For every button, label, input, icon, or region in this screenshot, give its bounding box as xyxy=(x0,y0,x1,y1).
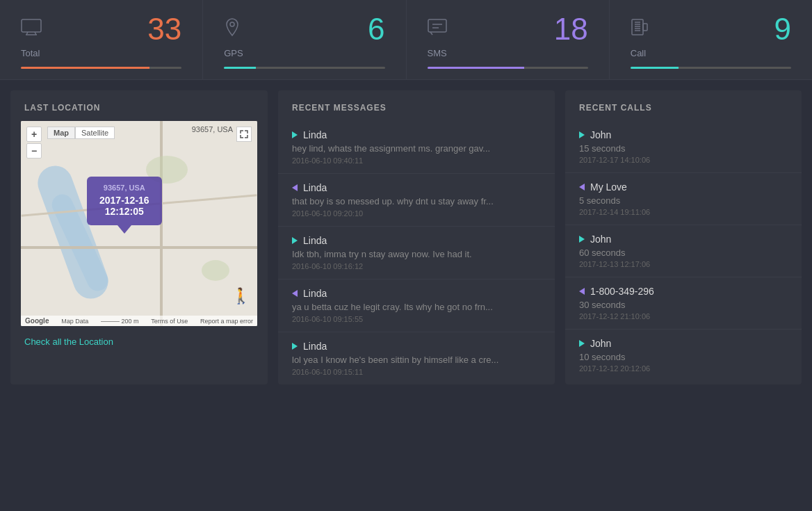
map-container: 93657, USA Map Satellite + − 93657, USA xyxy=(21,121,257,326)
zoom-out-button[interactable]: − xyxy=(26,143,42,159)
sms-label: SMS xyxy=(428,48,588,58)
incoming-call-icon xyxy=(579,288,585,295)
call-time: 2017-12-17 14:10:06 xyxy=(579,156,788,164)
call-time: 2017-12-12 21:10:06 xyxy=(579,312,788,321)
map-expand-button[interactable] xyxy=(236,127,252,142)
balloon-date: 2017-12-16 xyxy=(99,195,149,206)
message-contact-name: Linda xyxy=(303,182,327,193)
call-time: 2017-12-13 12:17:06 xyxy=(579,260,788,268)
map-type-satellite-button[interactable]: Satellite xyxy=(75,127,115,139)
call-duration: 30 seconds xyxy=(579,300,788,310)
gps-value: 6 xyxy=(368,14,384,44)
map-data-label: Map Data xyxy=(61,318,88,325)
terms-of-use[interactable]: Terms of Use xyxy=(151,318,188,325)
call-contact-name: My Love xyxy=(590,181,627,193)
recent-messages-title: RECENT MESSAGES xyxy=(278,90,555,121)
incoming-icon xyxy=(292,290,298,297)
message-time: 2016-06-10 09:15:11 xyxy=(292,368,541,376)
sms-icon xyxy=(428,19,447,40)
map-type-controls: Map Satellite xyxy=(47,127,115,139)
message-text: ya u betta cuz he legit cray. Its why he… xyxy=(292,302,541,312)
monitor-icon xyxy=(21,19,42,40)
message-time: 2016-06-10 09:40:11 xyxy=(292,156,541,165)
google-logo: Google xyxy=(25,317,49,325)
call-value: 9 xyxy=(774,14,791,44)
message-item[interactable]: Linda ya u betta cuz he legit cray. Its … xyxy=(278,279,555,332)
call-contact-name: John xyxy=(590,234,611,245)
total-label: Total xyxy=(21,48,181,58)
message-item[interactable]: Linda lol yea I know he's been sittin by… xyxy=(278,332,555,384)
call-label: Call xyxy=(631,48,791,58)
stat-sms: 18 SMS xyxy=(407,0,610,79)
message-contact-name: Linda xyxy=(303,235,327,246)
message-contact-name: Linda xyxy=(303,129,327,140)
message-time: 2016-06-10 09:15:55 xyxy=(292,315,541,323)
call-bar xyxy=(631,67,791,69)
zoom-in-button[interactable]: + xyxy=(26,127,42,142)
incoming-icon xyxy=(292,184,298,191)
message-time: 2016-06-10 09:16:12 xyxy=(292,262,541,270)
call-time: 2017-12-14 19:11:06 xyxy=(579,208,788,216)
map-zoom-controls: + − xyxy=(26,127,42,160)
calls-list: John 15 seconds 2017-12-17 14:10:06 My L… xyxy=(565,121,802,381)
report-map-error[interactable]: Report a map error xyxy=(200,318,253,325)
map-address-top: 93657, USA xyxy=(192,125,233,133)
outgoing-call-icon xyxy=(579,340,585,347)
message-time: 2016-06-10 09:20:10 xyxy=(292,209,541,218)
stat-call: 9 Call xyxy=(610,0,812,79)
call-time: 2017-12-12 20:12:06 xyxy=(579,364,788,373)
total-value: 33 xyxy=(147,14,181,44)
outgoing-call-icon xyxy=(579,131,585,138)
map-balloon: 93657, USA 2017-12-16 12:12:05 xyxy=(87,177,162,225)
call-item[interactable]: 1-800-349-296 30 seconds 2017-12-12 21:1… xyxy=(565,277,802,330)
gps-label: GPS xyxy=(224,48,384,58)
call-contact-name: John xyxy=(590,338,611,349)
message-item[interactable]: Linda that boy is so messed up. why dnt … xyxy=(278,174,555,227)
balloon-time: 12:12:05 xyxy=(99,206,149,217)
check-location-link[interactable]: Check all the Location xyxy=(10,326,268,357)
call-icon xyxy=(631,18,649,40)
call-item[interactable]: John 10 seconds 2017-12-12 20:12:06 xyxy=(565,330,802,381)
incoming-call-icon xyxy=(579,184,585,190)
outgoing-call-icon xyxy=(579,236,585,243)
call-duration: 5 seconds xyxy=(579,195,788,206)
svg-rect-0 xyxy=(22,19,41,32)
map-footer: Google Map Data ——— 200 m Terms of Use R… xyxy=(21,316,257,326)
stats-bar: 33 Total 6 GPS xyxy=(0,0,812,80)
message-item[interactable]: Linda Idk tbh, imma try n stay away now.… xyxy=(278,227,555,279)
message-contact-name: Linda xyxy=(303,341,327,352)
recent-calls-panel: RECENT CALLS John 15 seconds 2017-12-17 … xyxy=(565,90,802,384)
last-location-panel: LAST LOCATION 93657, USA Map xyxy=(10,90,268,384)
call-duration: 15 seconds xyxy=(579,143,788,154)
outgoing-icon xyxy=(292,343,298,350)
last-location-title: LAST LOCATION xyxy=(10,90,268,121)
message-text: that boy is so messed up. why dnt u stay… xyxy=(292,196,541,206)
call-item[interactable]: John 60 seconds 2017-12-13 12:17:06 xyxy=(565,225,802,277)
message-contact-name: Linda xyxy=(303,288,327,299)
map-type-map-button[interactable]: Map xyxy=(47,127,75,139)
main-content: LAST LOCATION 93657, USA Map xyxy=(0,80,812,395)
svg-rect-5 xyxy=(428,19,446,32)
svg-rect-14 xyxy=(643,24,647,31)
recent-messages-panel: RECENT MESSAGES Linda hey lind, whats th… xyxy=(278,90,555,384)
message-text: Idk tbh, imma try n stay away now. Ive h… xyxy=(292,249,541,259)
call-item[interactable]: My Love 5 seconds 2017-12-14 19:11:06 xyxy=(565,173,802,225)
stat-gps: 6 GPS xyxy=(203,0,406,79)
map-scale: ——— 200 m xyxy=(101,318,139,325)
gps-icon xyxy=(224,17,241,41)
message-text: lol yea I know he's been sittin by himse… xyxy=(292,355,541,365)
message-text: hey lind, whats the assignment ms. grang… xyxy=(292,143,541,154)
outgoing-icon xyxy=(292,237,298,244)
call-contact-name: 1-800-349-296 xyxy=(590,286,654,297)
svg-point-4 xyxy=(230,22,234,26)
messages-list: Linda hey lind, whats the assignment ms.… xyxy=(278,121,555,384)
call-item[interactable]: John 15 seconds 2017-12-17 14:10:06 xyxy=(565,121,802,173)
balloon-address: 93657, USA xyxy=(99,184,149,192)
message-item[interactable]: Linda hey lind, whats the assignment ms.… xyxy=(278,121,555,174)
call-contact-name: John xyxy=(590,129,611,140)
map-person-icon: 🚶 xyxy=(232,287,250,305)
sms-bar xyxy=(428,67,588,69)
call-duration: 60 seconds xyxy=(579,248,788,258)
outgoing-icon xyxy=(292,131,298,138)
total-bar xyxy=(21,67,181,69)
